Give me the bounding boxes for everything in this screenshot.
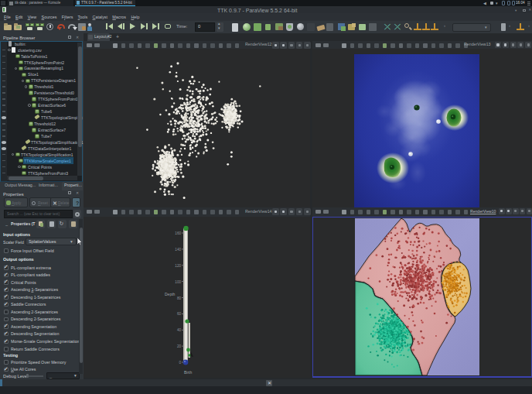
svg-text:140: 140: [175, 248, 181, 252]
svg-text:120: 120: [175, 264, 181, 268]
svg-text:80: 80: [177, 296, 182, 300]
svg-text:Depth: Depth: [165, 292, 176, 296]
svg-text:Birth: Birth: [184, 370, 193, 375]
svg-text:20: 20: [177, 344, 182, 348]
svg-text:40: 40: [177, 328, 182, 332]
svg-text:60: 60: [177, 312, 182, 316]
svg-text:160: 160: [175, 231, 181, 235]
svg-text:0: 0: [179, 361, 181, 365]
svg-text:100: 100: [175, 280, 181, 284]
